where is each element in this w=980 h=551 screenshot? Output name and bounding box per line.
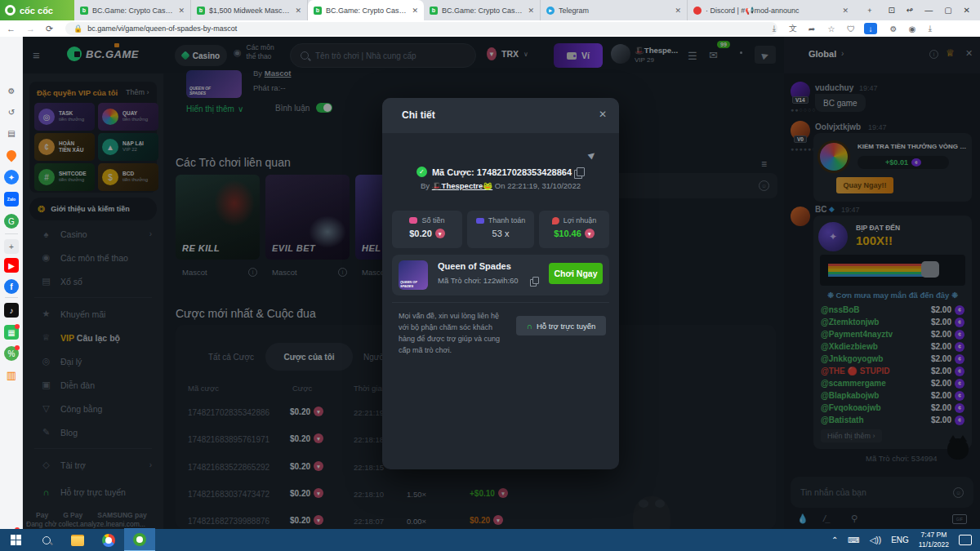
games-icon[interactable]: G	[4, 214, 19, 229]
coccoc-logo-icon	[5, 5, 16, 16]
bcgame-favicon: b	[430, 7, 438, 15]
modal-close-icon[interactable]: ✕	[599, 109, 607, 120]
screen: cốc cốc b BC.Game: Crypto Casino Gam ✕ b…	[0, 0, 980, 551]
tab-telegram[interactable]: ▸ Telegram ✕	[541, 0, 688, 20]
bet-user-link[interactable]: 🎩Thespectre🐸	[432, 181, 492, 190]
messenger-icon[interactable]: ✦	[4, 170, 19, 184]
hot-trends-icon[interactable]	[4, 148, 19, 162]
browser-tab-bar: cốc cốc b BC.Game: Crypto Casino Gam ✕ b…	[0, 0, 980, 20]
rail-divider	[5, 233, 18, 234]
action-center-icon[interactable]	[959, 535, 972, 545]
forward-button[interactable]: →	[26, 24, 35, 33]
verified-check-icon: ✓	[416, 167, 427, 177]
telegram-favicon: ▸	[546, 7, 555, 15]
profit-icon	[552, 217, 559, 224]
tab-mascot-promo[interactable]: b $1,500 Midweek Mascot Mul ✕	[191, 0, 308, 20]
brand-label: cốc cốc	[20, 6, 53, 16]
share-icon[interactable]: ➦	[805, 23, 818, 34]
reload-button[interactable]: ⟳	[46, 24, 53, 34]
support-note: Mọi vấn đề, xin vui lòng liên hệ với bộ …	[399, 311, 510, 357]
bcgame-favicon: b	[314, 7, 322, 15]
browser-address-bar: ← → ⟳ 🔒 bc.game/vi/game/queen-of-spades-…	[0, 20, 980, 37]
tiktok-icon[interactable]: ♪	[4, 303, 19, 318]
tab-discord[interactable]: · Discord | #📢mod-announc ✕	[688, 0, 854, 20]
tab-search-icon[interactable]: ⊡	[888, 6, 894, 15]
bet-meta-row: By 🎩Thespectre🐸 On 22:21:19, 31/10/2022	[382, 181, 619, 190]
tray-language[interactable]: ENG	[891, 535, 909, 544]
chrome-icon[interactable]	[93, 529, 124, 551]
shield-icon[interactable]: 🛡	[844, 23, 858, 34]
tray-chevron-icon[interactable]: ⌃	[831, 535, 838, 544]
tab-close-icon[interactable]: ✕	[675, 7, 681, 15]
add-shortcut-button[interactable]: +	[4, 239, 19, 254]
tab-bcgame-2[interactable]: b BC.Game: Crypto Casino Gam ✕	[424, 0, 541, 20]
lock-icon: 🔒	[74, 24, 82, 33]
windows-taskbar: ⌃ ⌨ ◁)) ENG 7:47 PM11/1/2022	[0, 529, 980, 551]
tray-clock[interactable]: 7:47 PM11/1/2022	[919, 531, 949, 549]
stat-payout: Thanh toán 53 x	[467, 211, 534, 248]
tab-bcgame-active[interactable]: b BC.Game: Crypto Casino Gam ✕	[308, 0, 424, 20]
browser-side-rail: ⚙ ↺ ▤ ✦ Zalo G + ▶ f ♪ ▦ % ▥ ⋯	[0, 37, 23, 529]
tray-volume-icon[interactable]: ◁))	[870, 535, 881, 544]
extensions-icon[interactable]: ⚙	[887, 23, 900, 34]
copy-icon[interactable]	[532, 277, 539, 284]
modal-footer: Mọi vấn đề, xin vui lòng liên hệ với bộ …	[392, 302, 609, 349]
share-bet-icon[interactable]: ►	[584, 147, 600, 163]
url-bar[interactable]: 🔒 bc.game/vi/game/queen-of-spades-by-mas…	[65, 22, 777, 35]
back-button[interactable]: ←	[7, 24, 16, 33]
bet-details-modal: Chi tiết ✕ ► ✓ Mã Cược: 1748217028353428…	[382, 98, 619, 469]
window-minimize-button[interactable]: —	[924, 6, 933, 15]
stat-amount: Số tiền $0.20▼	[392, 211, 462, 248]
window-restore-button[interactable]: ▢	[944, 6, 951, 15]
modal-game-name: Queen of Spades	[438, 261, 511, 271]
profile-avatar-icon[interactable]: ◉	[906, 23, 919, 34]
translate-icon[interactable]: 文	[786, 23, 800, 34]
gift-icon[interactable]: ▦	[4, 325, 19, 340]
stat-profit: Lợi nhuận $10.46▼	[539, 211, 609, 248]
tab-close-icon[interactable]: ✕	[528, 7, 534, 15]
reading-list-icon[interactable]: ▤	[4, 126, 19, 140]
tab-close-icon[interactable]: ✕	[295, 7, 301, 15]
youtube-icon[interactable]: ▶	[4, 258, 19, 273]
bcgame-favicon: b	[80, 7, 88, 15]
bet-id-row: ✓ Mã Cược: 1748217028353428864	[382, 167, 619, 177]
cart-icon[interactable]: ▥	[4, 367, 19, 382]
modal-header: Chi tiết ✕	[382, 98, 619, 133]
copy-icon[interactable]	[577, 167, 585, 176]
download-active-icon[interactable]: ↓	[864, 23, 877, 34]
zalo-icon[interactable]: Zalo	[4, 192, 19, 207]
save-page-icon[interactable]: ⤓	[768, 23, 781, 34]
downloads-tray-icon[interactable]: ⤓	[924, 23, 937, 34]
promo-icon[interactable]: %	[4, 346, 19, 361]
modal-game-thumbnail[interactable]: QUEEN OFSPADES	[399, 260, 428, 290]
tray-network-icon[interactable]: ⌨	[848, 535, 859, 544]
tab-close-icon[interactable]: ✕	[842, 7, 849, 15]
new-tab-button[interactable]: +	[854, 0, 885, 20]
file-explorer-icon[interactable]	[62, 529, 93, 551]
live-support-button[interactable]: ∩ Hỗ trợ trực tuyến	[516, 316, 606, 335]
bcgame-favicon: b	[197, 7, 205, 15]
url-text: bc.game/vi/game/queen-of-spades-by-masco…	[87, 24, 237, 33]
history-icon[interactable]: ↺	[4, 104, 19, 119]
discord-favicon	[693, 7, 702, 15]
play-now-button[interactable]: Chơi Ngay	[549, 263, 603, 284]
pig-icon	[409, 217, 417, 224]
tab-close-icon[interactable]: ✕	[178, 7, 185, 15]
coccoc-brand: cốc cốc	[0, 0, 74, 20]
modal-game-row: QUEEN OFSPADES Queen of Spades Mã Trò ch…	[392, 255, 609, 295]
start-button[interactable]	[0, 529, 31, 551]
card-icon	[476, 218, 484, 224]
bet-id-text: Mã Cược: 1748217028353428864	[432, 167, 572, 177]
window-close-button[interactable]: ✕	[964, 6, 970, 15]
bookmark-star-icon[interactable]: ☆	[825, 23, 838, 34]
recent-tabs-icon[interactable]: ↫	[906, 6, 913, 15]
tab-close-icon[interactable]: ✕	[412, 7, 418, 15]
tab-bcgame-1[interactable]: b BC.Game: Crypto Casino Gam ✕	[74, 0, 191, 20]
facebook-icon[interactable]: f	[4, 279, 19, 294]
modal-game-code: Mã Trò chơi: 1z2wih:60	[438, 276, 519, 285]
taskbar-search-icon[interactable]	[31, 529, 62, 551]
headset-icon: ∩	[527, 322, 532, 331]
modal-title: Chi tiết	[402, 109, 435, 121]
coccoc-taskbar-icon[interactable]	[124, 528, 155, 551]
settings-gear-icon[interactable]: ⚙	[4, 83, 19, 98]
